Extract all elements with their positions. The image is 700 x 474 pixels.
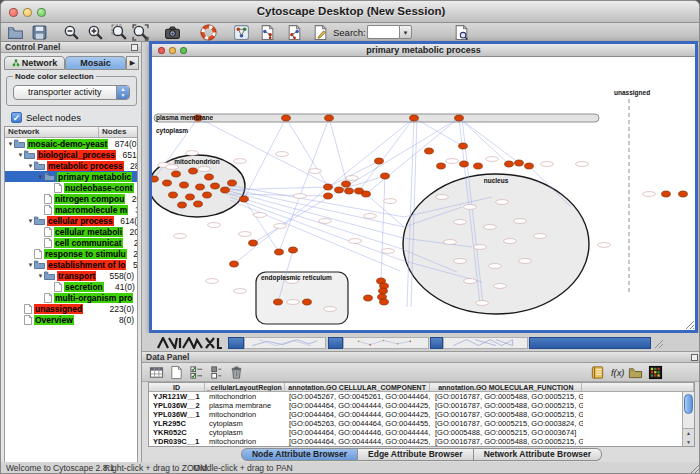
search-input[interactable] [367,25,399,39]
tree-expander-icon[interactable]: ▼ [27,163,34,169]
app-resize-grip[interactable] [689,463,700,474]
network-node[interactable] [364,295,373,301]
network-node[interactable] [505,161,514,167]
network-tree-item[interactable]: cellular metaboli209(0) [5,226,137,237]
network-node[interactable] [325,115,334,121]
tree-expander-icon[interactable]: ▼ [37,273,44,279]
float-panel-icon[interactable] [131,44,138,51]
tree-expander-icon[interactable]: ▼ [37,174,44,180]
search-dropdown-button[interactable]: ▼ [399,25,412,39]
network-tree-item[interactable]: nucleobase-cont209(0) [5,182,137,193]
background-window-titlebar[interactable] [529,337,651,349]
network-tree-item[interactable]: ▼metabolic process280(0) [5,160,137,171]
unselect-attributes-icon[interactable] [209,365,224,380]
tab-mosaic[interactable]: Mosaic [65,56,126,70]
network-node[interactable] [324,193,333,199]
network-tree-item[interactable]: ▼transport558(0) [5,270,137,281]
network-tree-item[interactable]: cell communicat22(0) [5,237,137,248]
node-color-select[interactable]: transporter activity ▲▼ [13,85,130,100]
network-node[interactable] [474,163,483,169]
select-attributes-icon[interactable] [149,365,164,380]
search-config-icon[interactable] [453,24,470,41]
tab-overflow-button[interactable]: ▶ [126,56,139,70]
tab-node-attribute-browser[interactable]: Node Attribute Browser [241,448,358,461]
select-nodes-checkbox[interactable]: ✓ [11,112,22,123]
background-window-edge[interactable] [430,337,443,349]
tree-expander-icon[interactable]: ▼ [7,141,14,147]
network-tree-item[interactable]: macromolecule m311(0) [5,204,137,215]
network-node[interactable] [169,192,178,198]
attribute-notes-icon[interactable] [590,365,605,380]
select-nodes-option[interactable]: ✓ Select nodes [11,111,81,123]
zoom-out-icon[interactable] [63,24,80,41]
table-column-header[interactable]: annotation.GO MOLECULAR_FUNCTION [430,383,582,391]
network-tree-item[interactable]: ▼biological_process651(0) [5,149,137,160]
help-icon[interactable] [200,24,217,41]
network-node[interactable] [205,174,214,180]
network-tree-item[interactable]: secretion41(0) [5,281,137,292]
network-node[interactable] [679,191,688,197]
network-tree-item[interactable]: unassigned223(0) [5,303,137,314]
network-node[interactable] [437,163,446,169]
network-node[interactable] [460,161,469,167]
table-row[interactable]: YJR121W__1mitochondrion[GO:0045267, GO:0… [149,392,694,401]
table-column-header[interactable]: ID [149,383,205,391]
import-attributes-icon[interactable] [628,365,643,380]
tree-expander-icon[interactable]: ▼ [27,262,34,268]
zoom-to-fit-icon[interactable] [132,24,149,41]
background-network-thumbnail[interactable] [443,337,528,349]
tab-network-attribute-browser[interactable]: Network Attribute Browser [474,448,602,461]
float-panel-icon[interactable] [691,354,698,361]
table-column-header[interactable]: _cellularLayoutRegion [205,383,285,391]
create-attribute-icon[interactable] [169,365,184,380]
function-builder-icon[interactable]: f(x) [610,365,625,380]
table-row[interactable]: YDR039C__1mitochondrion[GO:0044464, GO:0… [149,437,694,446]
table-row[interactable]: YLR295Ccytoplasm[GO:0045263, GO:0044464,… [149,419,694,428]
mosaic-plugin-icon[interactable] [233,24,250,41]
network-node[interactable] [186,194,195,200]
title-bar[interactable]: Cytoscape Desktop (New Session) [1,1,700,23]
network-node[interactable] [342,181,351,187]
zoom-selected-region-icon[interactable] [111,24,128,41]
network-node[interactable] [455,115,464,121]
tree-column-nodes[interactable]: Nodes [99,127,137,137]
tree-expander-icon[interactable]: ▼ [27,218,34,224]
network-node[interactable] [379,288,388,294]
network-node[interactable] [203,192,212,198]
network-tree-item[interactable]: ▼mosaic-demo-yeast874(0) [5,138,137,149]
create-view-icon[interactable] [259,24,276,41]
network-node[interactable] [240,196,249,202]
table-row[interactable]: YKR052Ccytoplasm[GO:0044464, GO:0044446,… [149,428,694,437]
network-node[interactable] [375,158,384,164]
network-node[interactable] [249,240,258,246]
tab-edge-attribute-browser[interactable]: Edge Attribute Browser [358,448,474,461]
tab-network[interactable]: Network [4,56,65,70]
table-row[interactable]: YPL036W__2plasma membrane[GO:0044464, GO… [149,401,694,410]
background-windows-strip[interactable] [142,333,700,352]
network-node[interactable] [282,115,291,121]
network-node[interactable] [381,173,390,179]
network-node[interactable] [345,188,354,194]
table-scrollbar[interactable]: ▲▼ [682,392,694,446]
network-node[interactable] [289,247,298,253]
network-tree-item[interactable]: multi-organism pro42(0) [5,292,137,303]
network-node[interactable] [180,182,189,188]
network-node[interactable] [303,299,312,305]
network-node[interactable] [221,187,230,193]
network-tree-item[interactable]: Overview8(0) [5,314,137,325]
data-panel-header[interactable]: Data Panel [142,352,700,363]
scrollbar-thumb[interactable] [684,394,693,414]
network-node[interactable] [152,176,158,182]
network-node[interactable] [410,115,419,121]
network-node[interactable] [380,299,389,305]
network-node[interactable] [525,163,534,169]
network-node[interactable] [274,299,283,305]
network-canvas[interactable]: plasma membranecytoplasmmitochondrionnuc… [152,57,695,330]
network-node[interactable] [172,171,181,177]
tree-expander-icon[interactable]: ▼ [17,152,24,158]
table-column-header[interactable] [582,383,694,391]
save-session-icon[interactable] [31,24,48,41]
network-node[interactable] [459,143,468,149]
export-snapshot-icon[interactable] [164,24,181,41]
network-node[interactable] [275,249,284,255]
